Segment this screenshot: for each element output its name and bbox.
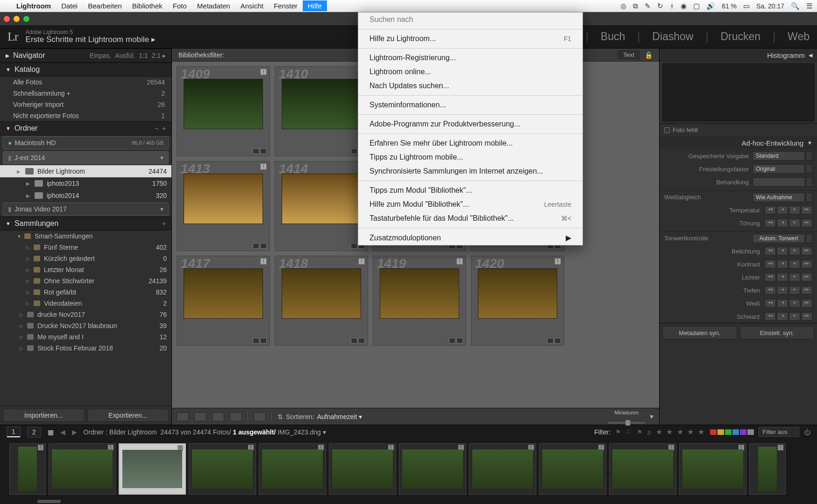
menu-app[interactable]: Lightroom [11,0,56,11]
catalog-row[interactable]: Nicht exportierte Fotos1 [0,110,171,121]
stepper-button[interactable]: ▸▸ [801,219,812,227]
stepper-button[interactable]: ▸ [789,312,800,321]
filter-preset-dropdown[interactable]: Filter aus [759,427,799,437]
help-menu-item[interactable]: Hilfe zum Modul "Bibliothek"...Leertaste [358,197,583,211]
grid-cell[interactable]: 1418! [275,256,368,346]
grid-mini-icon[interactable]: ▦ [48,428,54,436]
bluetooth-icon[interactable]: ᚼ [670,2,674,10]
stepper-button[interactable]: ◂◂ [765,299,776,308]
stepper-button[interactable]: ◂◂ [765,206,776,214]
star-filter[interactable]: ★ ★ ★ ★ ★ [656,427,705,436]
color-label-swatch[interactable] [725,429,732,435]
folder-row[interactable]: ▶iphoto2014320 [0,189,171,202]
filter-tab-text[interactable]: Text [618,50,640,60]
filmstrip-scrollbar[interactable] [0,499,817,504]
stepper-button[interactable]: ◂ [777,247,788,255]
export-button[interactable]: Exportieren... [87,409,169,422]
color-label-swatch[interactable] [740,429,746,435]
smart-collection-row[interactable]: ▷Videodateien2 [0,298,171,309]
navigator-panel-header[interactable]: ▶Navigator Einpas. Ausfül. 1:1 2:1 ▸ [0,49,171,63]
filmstrip-thumbnail[interactable]: ! [609,443,676,495]
sync-settings-button[interactable]: Einstell. syn. [740,326,815,339]
filmstrip-thumbnail[interactable]: ! [399,443,466,495]
module-drucken[interactable]: Drucken [720,30,760,43]
stepper-button[interactable]: ▸▸ [801,206,812,214]
wifi-icon[interactable]: ◉ [681,2,687,10]
adhoc-develop-header[interactable]: Ad-hoc-Entwicklung▼ [660,136,817,149]
histogram-header[interactable]: Histogramm◀ [660,49,817,62]
module-buch[interactable]: Buch [601,30,625,43]
spotlight-icon[interactable]: 🔍 [791,2,800,10]
close-window-button[interactable] [4,16,10,22]
filmstrip-thumbnail[interactable]: ! [9,443,46,495]
help-menu-item[interactable]: Tastaturbefehle für das Modul "Bibliothe… [358,211,583,225]
help-menu-item[interactable]: Nach Updates suchen... [358,79,583,93]
help-menu-item[interactable]: Tipps zu Lightroom mobile... [358,150,583,164]
zoom-window-button[interactable] [23,16,29,22]
crop-dropdown[interactable]: Original [753,164,805,174]
stepper-button[interactable]: ◂ [777,286,788,294]
color-label-swatch[interactable] [732,429,739,435]
source-menu-icon[interactable]: ▾ [323,428,326,436]
stepper-button[interactable]: ▸ [789,247,800,255]
flag-unflagged-icon[interactable]: ⚐ [626,428,632,436]
next-photo-icon[interactable]: ▶ [72,428,77,436]
volume-row[interactable]: ●Macintosh HD86,8 / 465 GB [3,136,169,149]
compare-view-icon[interactable] [212,412,224,421]
stepper-button[interactable]: ◂ [777,206,788,214]
catalog-row[interactable]: Vorheriger Import26 [0,99,171,110]
collection-row[interactable]: ▷Drucke Nov2017 blaubraun39 [0,320,171,331]
filmstrip-thumbnail[interactable]: ! [679,443,746,495]
smart-collection-row[interactable]: ▷Letzter Monat26 [0,264,171,275]
filter-lock-icon[interactable]: 🔒 [645,51,653,59]
nav-fit[interactable]: Einpas. [90,52,112,59]
stepper-button[interactable]: ▸▸ [801,247,812,255]
katalog-panel-header[interactable]: ▼Katalog [0,63,171,77]
grid-cell[interactable]: 1417! [177,256,270,346]
sort-direction-icon[interactable]: ⇅ [277,413,283,420]
grid-cell[interactable]: 1409! [177,66,270,156]
dropdown-arrow-icon[interactable] [806,164,812,174]
plus-icon[interactable]: + [162,125,166,132]
nav-1to1[interactable]: 1:1 [139,52,148,59]
menu-metadaten[interactable]: Metadaten [192,0,235,11]
stepper-button[interactable]: ◂◂ [765,219,776,227]
filmstrip-thumbnail[interactable]: ! [469,443,536,495]
collection-row[interactable]: ▷Me myself and I12 [0,331,171,343]
battery-icon[interactable]: ▭ [743,2,750,10]
filmstrip-thumbnail[interactable]: ! [329,443,396,495]
filmstrip-thumbnail[interactable]: ! [189,443,256,495]
module-web[interactable]: Web [788,30,810,43]
stepper-button[interactable]: ▸▸ [801,312,812,321]
nav-fill[interactable]: Ausfül. [115,52,135,59]
menu-hilfe[interactable]: Hilfe [303,0,327,11]
stepper-button[interactable]: ◂ [777,312,788,321]
ordner-panel-header[interactable]: ▼Ordner−+ [0,121,171,135]
dropdown-arrow-icon[interactable] [806,193,812,202]
cc-icon[interactable]: ◎ [620,2,626,10]
painter-icon[interactable] [254,412,266,421]
filter-switch-icon[interactable]: ⏻ [804,428,810,436]
menu-ansicht[interactable]: Ansicht [235,0,269,11]
smart-collection-row[interactable]: ▷Fünf Sterne402 [0,242,171,253]
survey-view-icon[interactable] [230,412,242,421]
color-label-swatch[interactable] [718,429,724,435]
sync-metadata-button[interactable]: Metadaten syn. [662,326,737,339]
stepper-button[interactable]: ◂ [777,299,788,308]
help-menu-item[interactable]: Zusatzmoduloptionen▶ [358,231,583,245]
color-label-swatch[interactable] [710,429,717,435]
menu-icon[interactable]: ☰ [806,2,812,10]
dropbox-icon[interactable]: ⧉ [633,2,638,10]
menu-bibliothek[interactable]: Bibliothek [127,0,168,11]
identity-plate[interactable]: Adobe Lightroom 5 Erste Schritte mit Lig… [26,29,156,44]
evernote-icon[interactable]: ✎ [645,2,651,10]
help-menu-item[interactable]: Synchronisierte Sammlungen im Internet a… [358,164,583,178]
stepper-button[interactable]: ▸ [789,299,800,308]
sammlungen-panel-header[interactable]: ▼Sammlungen+ [0,217,171,231]
stepper-button[interactable]: ◂ [777,260,788,268]
menu-foto[interactable]: Foto [168,0,192,11]
minimize-window-button[interactable] [14,16,20,22]
volume-row[interactable]: ▮J-ext 2014▾ [3,151,169,164]
folder-row[interactable]: ▶iphoto20131750 [0,177,171,189]
color-label-filter[interactable] [710,429,754,435]
